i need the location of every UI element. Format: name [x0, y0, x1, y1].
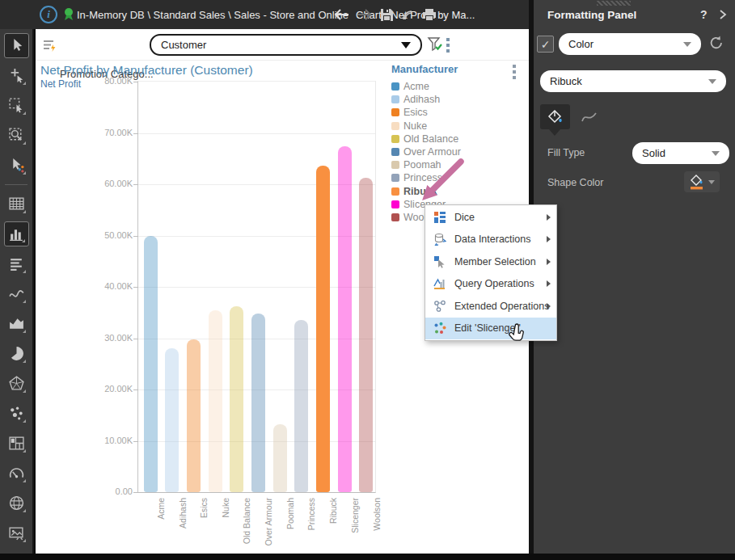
x-axis-labels: AcmeAdihashEsicsNukeOld BalanceOver Armo…: [137, 498, 376, 556]
toolbar-tool-pie-chart[interactable]: [0, 339, 32, 368]
toolbar-tool-zoom-select[interactable]: [0, 120, 32, 150]
shape-color-picker[interactable]: [684, 171, 720, 192]
panel-title: Formatting Panel: [547, 9, 636, 21]
hand-cursor-icon: [508, 322, 527, 347]
toolbar-tool-region-select[interactable]: [0, 91, 32, 120]
y-tick-label: 40.00K: [104, 281, 133, 291]
print-button[interactable]: [422, 8, 437, 22]
bar-woolson[interactable]: [359, 178, 373, 492]
chevron-down-icon: [683, 42, 691, 47]
legend-swatch: [391, 122, 399, 130]
bar-acme[interactable]: [144, 236, 158, 493]
toolbar-tool-line-chart[interactable]: [0, 279, 32, 309]
bar-nuke[interactable]: [209, 310, 222, 492]
paint-bucket-icon: [547, 109, 564, 125]
y-tick-mark: [133, 492, 138, 493]
toolbar-tool-gauge[interactable]: [0, 458, 32, 488]
fill-type-dropdown[interactable]: Solid: [632, 142, 729, 164]
save-button[interactable]: [380, 8, 394, 22]
legend-item-adihash[interactable]: Adihash: [391, 93, 527, 106]
toolbar-tool-scatter-chart[interactable]: [0, 398, 32, 428]
toolbar-tool-area-chart[interactable]: [0, 309, 32, 339]
menu-item-member-selection[interactable]: Member Selection: [425, 251, 556, 273]
tab-line-style[interactable]: [574, 104, 604, 129]
line-style-icon: [581, 110, 598, 124]
flyout-corner-icon: [23, 360, 26, 363]
breadcrumb[interactable]: In-Memory DB \ Standard Sales \ Sales - …: [77, 9, 348, 21]
checked-in-status-icon: [63, 7, 74, 24]
legend-swatch: [391, 95, 399, 103]
legend-item-old-balance[interactable]: Old Balance: [391, 133, 527, 145]
toolbar-tool-image[interactable]: [0, 518, 32, 548]
flyout-corner-icon: [23, 171, 26, 175]
toolbar-tool-pointer[interactable]: [0, 31, 32, 61]
flyout-corner-icon: [23, 300, 26, 303]
toolbar-tool-text[interactable]: [0, 249, 32, 279]
y-tick-label: 20.00K: [104, 384, 133, 394]
flyout-corner-icon: [23, 539, 26, 542]
property-checkbox[interactable]: ✓: [537, 36, 554, 53]
bar-slicenger[interactable]: [338, 146, 352, 492]
flyout-corner-icon: [23, 389, 26, 393]
legend-item-acme[interactable]: Acme: [391, 80, 527, 93]
help-icon[interactable]: ?: [700, 8, 708, 21]
flyout-corner-icon: [23, 330, 26, 333]
filter-menu-dots-icon[interactable]: [446, 38, 450, 53]
legend-swatch: [391, 187, 399, 196]
legend-label: Esics: [403, 107, 428, 118]
y-tick-label: 10.00K: [104, 436, 133, 445]
toolbar-tool-data-point-select[interactable]: [0, 150, 32, 180]
toolbar-tool-table[interactable]: [0, 189, 32, 219]
bar-old-balance[interactable]: [230, 306, 243, 492]
toolbar-tool-map[interactable]: [0, 488, 32, 518]
legend-title: Manufacturer: [391, 63, 527, 75]
menu-item-extended-operations[interactable]: Extended Operations: [425, 295, 556, 318]
menu-item-query-operations[interactable]: Query Operations: [425, 273, 556, 296]
reset-icon[interactable]: [708, 35, 724, 54]
x-tick-label: Poomah: [285, 498, 295, 529]
menu-item-data-interactions[interactable]: Data Interactions: [425, 229, 556, 251]
toolbar-tool-treemap[interactable]: [0, 428, 32, 458]
toolbar-tool-bar-chart[interactable]: [0, 219, 32, 249]
menu-item-edit[interactable]: Edit 'Slicenger': [425, 318, 556, 340]
member-selection-icon: [433, 255, 446, 268]
toolbar-tool-radar-chart[interactable]: [0, 368, 32, 398]
bar-poomah[interactable]: [273, 424, 287, 492]
menu-item-label: Data Interactions: [454, 234, 531, 245]
target-dropdown-value: Ribuck: [550, 75, 582, 87]
notifications-feed-icon[interactable]: [401, 8, 415, 22]
shape-color-label: Shape Color: [547, 177, 604, 188]
hierarchy-filter-icon: [43, 39, 57, 53]
tab-fill-style[interactable]: [540, 104, 570, 129]
legend-swatch: [391, 108, 399, 116]
flyout-corner-icon: [23, 210, 26, 213]
legend-label: Acme: [403, 81, 429, 92]
collapse-panel-icon[interactable]: [719, 9, 727, 23]
flyout-corner-icon: [23, 82, 26, 85]
back-button[interactable]: [333, 8, 349, 21]
customer-filter-combobox[interactable]: Customer: [150, 34, 422, 56]
submenu-arrow-icon: [547, 280, 551, 287]
flyout-corner-icon: [23, 112, 26, 115]
x-tick-label: Woolson: [371, 498, 381, 531]
bar-princess[interactable]: [294, 320, 308, 492]
bar-esics[interactable]: [187, 339, 201, 492]
info-icon[interactable]: i: [40, 6, 57, 23]
legend-label: Old Balance: [403, 133, 458, 145]
toolbar-tool-add[interactable]: [0, 61, 32, 91]
forward-button[interactable]: [357, 8, 373, 21]
bar-ribuck[interactable]: [316, 166, 330, 492]
target-element-dropdown[interactable]: Ribuck: [540, 70, 726, 92]
bar-adihash[interactable]: [165, 348, 179, 492]
bottom-edge: [0, 554, 735, 560]
chevron-down-icon: [708, 79, 716, 84]
legend-item-nuke[interactable]: Nuke: [391, 120, 527, 133]
bar-over-armour[interactable]: [251, 314, 265, 492]
legend-item-esics[interactable]: Esics: [391, 106, 527, 119]
legend-menu-dots-icon[interactable]: [513, 65, 516, 82]
pointer-icon: [8, 37, 25, 54]
property-dropdown[interactable]: Color: [559, 33, 701, 55]
y-tick-label: 80.00K: [104, 76, 133, 86]
visuals-toolbar: [0, 29, 34, 554]
apply-filter-icon[interactable]: [427, 36, 443, 53]
